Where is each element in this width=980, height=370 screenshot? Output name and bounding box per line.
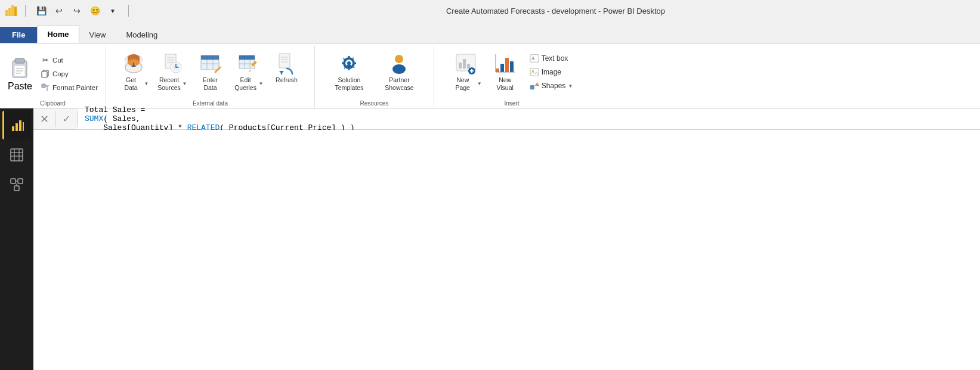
feedback-button[interactable]: 😊 [86,2,103,19]
format-painter-icon-svg [41,83,50,92]
enter-data-button[interactable]: Enter Data [193,48,227,94]
new-visual-icon-svg [494,52,516,74]
paste-button[interactable]: Paste [5,52,35,95]
formula-cancel-button[interactable]: ✕ [33,108,55,129]
get-data-label-row: Get Data ▼ [119,76,149,91]
partner-showcase-icon-svg [387,51,411,75]
svg-rect-3 [14,7,17,16]
text-box-label: Text box [542,54,568,63]
recent-sources-button[interactable]: Recent Sources ▼ [155,48,188,94]
svg-rect-23 [133,63,134,66]
image-icon [530,67,539,77]
formula-bar: ✕ ✓ Total Sales = SUMX( Sales, Sales[Qua… [33,108,980,130]
svg-rect-1 [8,8,11,16]
refresh-button[interactable]: Refresh [270,48,303,87]
cut-button[interactable]: ✂ Cut [38,54,101,67]
copy-button[interactable]: Copy [38,67,101,80]
edit-queries-label-row: Edit Queries ▼ [233,76,263,91]
svg-rect-37 [201,55,219,60]
title-controls: 💾 ↩ ↪ 😊 ▼ [33,2,121,19]
get-data-arrow: ▼ [144,81,149,86]
shapes-icon [530,81,539,91]
partner-showcase-label: Partner Showcase [381,76,418,91]
text-box-button[interactable]: A Text box [527,52,576,65]
enter-data-icon [198,51,222,75]
svg-marker-47 [249,70,251,72]
main-area: ✕ ✓ Total Sales = SUMX( Sales, Sales[Qua… [0,108,980,370]
recent-sources-label-row: Recent Sources ▼ [157,76,187,91]
edit-queries-button[interactable]: Edit Queries ▼ [231,48,265,94]
svg-rect-48 [279,54,290,68]
title-bar: 💾 ↩ ↪ 😊 ▼ Create Automated Forecasts - d… [0,0,980,21]
image-button[interactable]: Image [527,66,576,79]
edit-queries-label: Edit Queries [233,76,257,91]
refresh-icon-svg [275,52,298,74]
paste-label: Paste [8,81,32,92]
svg-rect-5 [15,58,24,63]
clipboard-content: Paste ✂ Cut Copy [5,46,101,98]
svg-rect-62 [467,64,470,69]
model-icon [10,178,24,192]
external-data-content: Get Data ▼ [117,46,303,98]
shapes-icon-svg [530,81,539,91]
partner-showcase-button[interactable]: Partner Showcase [379,48,419,94]
shapes-button[interactable]: Shapes ▼ [527,79,576,92]
svg-rect-0 [5,10,8,16]
ribbon: Paste ✂ Cut Copy [0,43,980,108]
format-painter-icon [41,83,50,92]
svg-rect-81 [23,122,24,131]
tab-view[interactable]: View [79,26,116,43]
customize-button[interactable]: ▼ [104,2,121,19]
enter-data-label: Enter Data [195,76,225,91]
text-box-icon: A [530,54,539,63]
svg-rect-89 [14,186,19,191]
partner-showcase-icon [387,51,411,75]
format-painter-button[interactable]: Format Painter [38,81,101,94]
recent-sources-arrow: ▼ [183,81,187,86]
recent-sources-icon-svg [160,52,183,74]
svg-rect-80 [19,120,21,131]
get-data-button[interactable]: Get Data ▼ [117,48,150,94]
paste-icon-svg [9,55,30,79]
undo-button[interactable]: ↩ [51,2,67,19]
paste-icon [9,55,30,81]
image-label: Image [542,68,561,76]
title-divider2 [128,5,129,17]
copy-icon-svg [41,70,50,78]
external-data-group: Get Data ▼ [106,46,315,108]
sidebar-item-model[interactable] [2,170,31,199]
enter-data-icon-svg [199,52,221,74]
format-painter-label: Format Painter [52,84,98,91]
solution-templates-icon-svg [337,51,361,75]
formula-confirm-button[interactable]: ✓ [55,108,77,129]
resources-content: Solution Templates Partner Showcase [329,46,419,98]
redo-button[interactable]: ↪ [69,2,85,19]
sidebar-item-report[interactable] [2,111,31,139]
powerbi-logo-icon [5,4,18,17]
solution-templates-icon [337,51,361,75]
window-title: Create Automated Forecasts - development… [136,7,975,15]
clipboard-group: Paste ✂ Cut Copy [0,46,106,108]
formula-display[interactable]: Total Sales = SUMX( Sales, Sales[Quantit… [78,108,980,129]
svg-point-57 [395,55,403,63]
canvas-area [33,130,980,370]
tab-file[interactable]: File [0,27,37,43]
sidebar [0,108,33,370]
new-page-button[interactable]: New Page ▼ [448,48,484,94]
svg-rect-68 [505,58,509,72]
app-logo [5,4,18,17]
sidebar-item-data[interactable] [2,141,31,169]
svg-rect-61 [463,59,466,69]
solution-templates-button[interactable]: Solution Templates [329,48,369,94]
shapes-arrow: ▼ [568,83,573,89]
svg-rect-12 [42,84,45,88]
tab-modeling[interactable]: Modeling [116,26,168,43]
svg-text:A: A [531,56,534,61]
tab-home[interactable]: Home [37,26,79,43]
insert-right-buttons: A Text box Image [527,49,576,92]
svg-rect-88 [18,179,23,184]
resources-group: Solution Templates Partner Showcase Reso… [315,46,434,108]
save-button[interactable]: 💾 [33,2,50,19]
new-visual-button[interactable]: New Visual [489,48,522,94]
copy-label: Copy [52,70,69,77]
